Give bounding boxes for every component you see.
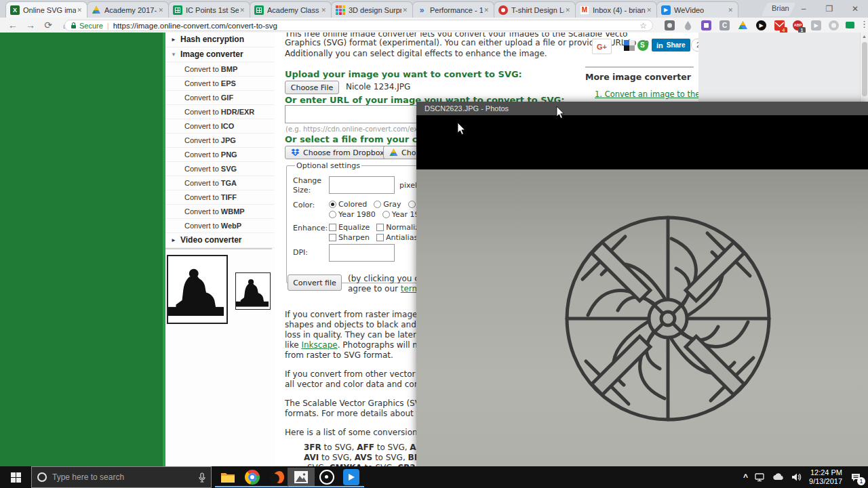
menu-item-convert-webp[interactable]: Convert to WebP [165,219,275,233]
menu-section-image-converter[interactable]: ▼ Image converter [165,47,275,62]
checkbox-antialias[interactable] [376,234,384,241]
close-button[interactable]: ✕ [842,0,868,18]
menu-item-convert-tiff[interactable]: Convert to TIFF [165,190,275,205]
menu-item-convert-ico[interactable]: Convert to ICO [165,119,275,134]
choose-file-button[interactable]: Choose File [285,81,339,94]
reload-button[interactable]: ⟳ [41,19,56,31]
menu-item-convert-hdr[interactable]: Convert to HDR/EXR [165,105,275,119]
gplus-share-button[interactable]: G+ [592,39,612,54]
delicious-share-icon[interactable] [624,40,635,51]
checkbox-equalize[interactable] [329,224,336,231]
address-bar[interactable]: Secure | https://image.online-convert.co… [64,20,653,31]
extension-circle-icon[interactable] [829,20,839,30]
radio-monochrome[interactable] [408,201,416,208]
cast-icon[interactable] [845,20,855,30]
back-button[interactable]: ← [5,19,20,31]
extension-purple-icon[interactable] [701,20,711,30]
photos-black-band [416,115,868,169]
extension-adblock-icon[interactable]: ABP 1 [793,20,803,30]
tab-close-icon[interactable]: ✕ [483,7,490,14]
tab-ic-points[interactable]: IC Points 1st Sen ✕ [168,1,250,18]
profile-name[interactable]: Brian [772,4,789,12]
photos-title-bar[interactable]: DSCN2623.JPG - Photos [416,102,868,115]
extension-droplet-icon[interactable] [683,20,693,30]
mouse-cursor [457,123,467,136]
tab-performance[interactable]: » Performance - 1 ✕ [412,1,494,18]
network-icon[interactable] [755,472,766,482]
tab-gmail-inbox[interactable]: M Inbox (4) - brian ✕ [575,1,657,18]
chrome-icon[interactable] [239,468,266,487]
tab-close-icon[interactable]: ✕ [320,7,327,14]
tab-academy-drive[interactable]: Academy 2017-1 ✕ [87,1,169,18]
scrollbar-thumb[interactable] [862,42,867,96]
dpi-input[interactable] [329,244,395,262]
tab-academy-class[interactable]: Academy Class D ✕ [250,1,332,18]
restore-button[interactable]: ❐ [816,0,842,18]
menu-item-convert-eps[interactable]: Convert to EPS [165,77,275,91]
wevideo-app-icon[interactable] [338,468,365,487]
size-input[interactable] [329,176,395,194]
dropbox-button[interactable]: Choose from Dropbox [285,146,391,159]
bookmark-star-icon[interactable]: ☆ [639,21,647,30]
tray-chevron-icon[interactable]: ^ [743,472,748,482]
tab-online-svg[interactable]: X Online SVG imag ✕ [5,1,87,18]
speaker-icon[interactable] [791,472,802,482]
checkbox-sharpen[interactable] [329,234,336,241]
menu-item-convert-bmp[interactable]: Convert to BMP [165,62,275,77]
tab-tshirt-design[interactable]: T-shirt Design La ✕ [494,1,576,18]
tab-close-icon[interactable]: ✕ [646,7,652,14]
radio-year-1980[interactable] [329,211,336,218]
start-button[interactable] [0,466,31,488]
green-share-icon[interactable]: S [637,40,648,51]
more-converter-link[interactable]: 1. Convert an image to the [595,89,698,99]
tab-close-icon[interactable]: ✕ [727,7,734,14]
tab-3d-design[interactable]: 3D design Surpr ✕ [331,1,413,18]
tab-wevideo[interactable]: ▶ WeVideo ✕ [656,1,738,18]
forward-button[interactable]: → [23,19,38,31]
extension-play-icon[interactable]: ▶ [756,20,766,30]
enhance-label: Enhance: [293,224,328,232]
url-text[interactable]: https://image.online-convert.com/convert… [113,22,636,30]
extension-wevideo-icon[interactable]: ▶ [811,20,821,30]
menu-item-convert-wbmp[interactable]: Convert to WBMP [165,205,275,219]
taskbar-clock[interactable]: 12:24 PM 9/13/2017 [809,468,842,486]
extension-c-icon[interactable]: C [719,20,730,30]
color-label: Color: [293,201,315,209]
checkbox-normalize[interactable] [376,224,384,231]
photos-app-icon[interactable] [288,468,315,487]
tab-close-icon[interactable]: ✕ [76,7,83,14]
linkedin-share-button[interactable]: in Share [652,39,690,52]
onedrive-cloud-icon[interactable] [772,473,785,481]
radio-gray[interactable] [374,201,381,208]
tab-close-icon[interactable]: ✕ [401,7,408,14]
tab-close-icon[interactable]: ✕ [239,7,245,14]
file-explorer-icon[interactable] [214,468,241,487]
sample-image-large [167,255,228,324]
extension-mail-checker-icon[interactable]: 4 [774,20,785,30]
menu-item-convert-png[interactable]: Convert to PNG [165,148,275,162]
radio-year-1900[interactable] [382,211,390,218]
menu-item-convert-jpg[interactable]: Convert to JPG [165,134,275,148]
menu-section-hash-encryption[interactable]: ► Hash encryption [165,33,275,47]
extension-gray-square-icon[interactable] [665,20,675,30]
microphone-icon[interactable] [199,472,205,483]
taskbar-search[interactable]: Type here to search [31,466,212,488]
sample-image-small [235,272,271,310]
menu-item-convert-tga[interactable]: Convert to TGA [165,176,275,190]
tab-close-icon[interactable]: ✕ [157,7,164,14]
scroll-up-arrow[interactable]: ▲ [861,33,868,41]
search-placeholder: Type here to search [52,472,199,482]
minimize-button[interactable]: – [791,0,816,18]
radio-colored[interactable] [329,201,336,208]
orange-app-icon[interactable] [263,468,290,487]
tab-close-icon[interactable]: ✕ [564,7,571,14]
extension-drive-icon[interactable] [738,20,748,30]
chrome-menu-icon[interactable]: ⋮ [860,19,868,29]
photos-app-window: DSCN2623.JPG - Photos [416,102,868,466]
menu-section-video-converter[interactable]: ► Video converter [165,233,275,248]
menu-item-convert-svg[interactable]: Convert to SVG [165,162,275,176]
menu-item-convert-gif[interactable]: Convert to GIF [165,91,275,105]
convert-file-button[interactable]: Convert file [288,274,342,291]
action-center-icon[interactable]: 1 [850,472,861,482]
circle-target-app-icon[interactable] [313,468,340,487]
